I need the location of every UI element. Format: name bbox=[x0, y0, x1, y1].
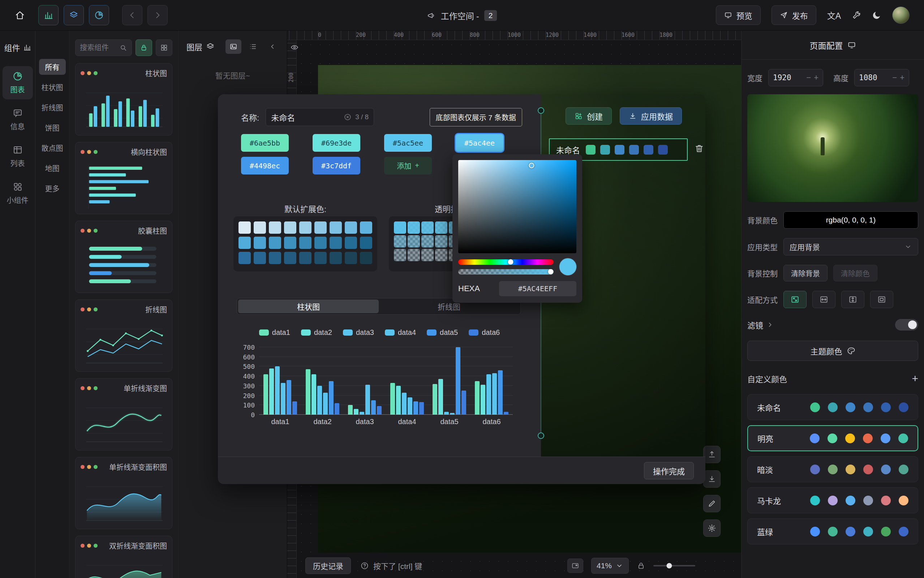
height-input[interactable]: 1080 − + bbox=[854, 69, 909, 86]
theme-row[interactable]: 暗淡 bbox=[747, 456, 918, 482]
chevron-right-icon[interactable] bbox=[766, 321, 774, 329]
component-card[interactable]: 单折线渐变图 bbox=[75, 378, 172, 450]
theme-row[interactable]: 未命名 bbox=[747, 394, 918, 420]
palette-swatch[interactable] bbox=[299, 221, 312, 234]
sidebar-item-list[interactable]: 列表 bbox=[3, 140, 33, 173]
theme-row[interactable]: 马卡龙 bbox=[747, 487, 918, 513]
settings-button[interactable] bbox=[703, 520, 721, 537]
width-input[interactable]: 1920 − + bbox=[768, 69, 823, 86]
fit-height-button[interactable] bbox=[841, 291, 864, 308]
clear-icon[interactable] bbox=[344, 113, 352, 121]
width-minus[interactable]: − bbox=[806, 73, 811, 82]
transparent-palette-swatch[interactable] bbox=[421, 221, 434, 234]
color-chip[interactable]: #4498ec bbox=[241, 157, 289, 174]
trash-icon[interactable] bbox=[694, 143, 704, 154]
clear-color-button[interactable]: 清除颜色 bbox=[833, 265, 877, 281]
tools-icon[interactable] bbox=[852, 10, 861, 20]
palette-swatch[interactable] bbox=[269, 252, 281, 264]
color-chip[interactable]: #69e3de bbox=[313, 134, 360, 152]
eye-icon[interactable] bbox=[290, 43, 299, 52]
palette-swatch[interactable] bbox=[360, 237, 372, 249]
zoom-slider-handle[interactable] bbox=[667, 563, 672, 568]
name-input[interactable]: 3 / 8 bbox=[266, 108, 374, 126]
sidebar-item-charts[interactable]: 图表 bbox=[3, 66, 33, 99]
palette-swatch[interactable] bbox=[239, 252, 251, 264]
sidebar-item-widgets[interactable]: 小组件 bbox=[3, 177, 33, 210]
transparent-palette-swatch[interactable] bbox=[394, 235, 406, 247]
palette-swatch[interactable] bbox=[345, 237, 357, 249]
palette-swatch[interactable] bbox=[239, 221, 251, 234]
dark-mode-icon[interactable] bbox=[872, 10, 881, 20]
category-item[interactable]: 饼图 bbox=[39, 120, 66, 135]
history-button[interactable]: 历史记录 bbox=[305, 557, 351, 574]
clear-background-button[interactable]: 清除背景 bbox=[783, 265, 828, 281]
transparent-palette-swatch[interactable] bbox=[408, 221, 420, 234]
bg-color-swatch[interactable]: rgba(0, 0, 0, 1) bbox=[783, 211, 918, 229]
add-custom-color-button[interactable]: + bbox=[912, 372, 918, 385]
palette-swatch[interactable] bbox=[254, 237, 266, 249]
minimap-button[interactable] bbox=[567, 559, 583, 573]
hue-marker[interactable] bbox=[508, 260, 513, 265]
legend-item[interactable]: data5 bbox=[427, 328, 458, 337]
palette-swatch[interactable] bbox=[239, 237, 251, 249]
palette-swatch[interactable] bbox=[345, 221, 357, 234]
palette-swatch[interactable] bbox=[314, 221, 327, 234]
palette-swatch[interactable] bbox=[299, 252, 312, 264]
transparent-palette-swatch[interactable] bbox=[394, 249, 406, 261]
filter-toggle[interactable] bbox=[895, 319, 918, 331]
palette-swatch[interactable] bbox=[330, 237, 342, 249]
zoom-slider[interactable] bbox=[653, 565, 695, 567]
hex-mode-label[interactable]: HEXA bbox=[458, 284, 480, 293]
component-card[interactable]: 折线图 bbox=[75, 299, 172, 372]
category-item[interactable]: 所有 bbox=[39, 59, 66, 75]
zoom-lock-icon[interactable] bbox=[637, 562, 645, 570]
palette-swatch[interactable] bbox=[360, 221, 372, 234]
transparent-palette-swatch[interactable] bbox=[394, 221, 406, 234]
done-button[interactable]: 操作完成 bbox=[644, 462, 694, 479]
alpha-slider[interactable] bbox=[458, 269, 554, 274]
legend-item[interactable]: data2 bbox=[301, 328, 332, 337]
fit-fill-button[interactable] bbox=[783, 291, 807, 308]
category-item[interactable]: 地图 bbox=[39, 160, 66, 176]
tab-bar-chart[interactable]: 柱状图 bbox=[238, 299, 379, 313]
grid-view-button[interactable] bbox=[156, 39, 172, 56]
component-card[interactable]: 横向柱状图 bbox=[75, 142, 172, 214]
palette-swatch[interactable] bbox=[330, 252, 342, 264]
category-item[interactable]: 折线图 bbox=[39, 99, 66, 115]
transparent-palette-swatch[interactable] bbox=[435, 235, 447, 247]
palette-swatch[interactable] bbox=[284, 221, 296, 234]
color-chip[interactable]: #6ae5bb bbox=[241, 134, 289, 152]
legend-item[interactable]: data1 bbox=[259, 328, 290, 337]
category-item[interactable]: 柱状图 bbox=[39, 79, 66, 95]
width-plus[interactable]: + bbox=[814, 73, 818, 82]
saturation-area[interactable] bbox=[458, 160, 576, 253]
transparent-palette-swatch[interactable] bbox=[421, 235, 434, 247]
color-chip[interactable]: #3c7ddf bbox=[313, 157, 360, 174]
palette-swatch[interactable] bbox=[284, 237, 296, 249]
language-button[interactable]: 文A bbox=[827, 9, 841, 21]
legend-item[interactable]: data4 bbox=[385, 328, 416, 337]
layers-thumbnail-view-button[interactable] bbox=[226, 39, 241, 54]
palette-swatch[interactable] bbox=[345, 252, 357, 264]
saturation-cursor[interactable] bbox=[529, 163, 534, 168]
palette-swatch[interactable] bbox=[269, 237, 281, 249]
details-mode-button[interactable] bbox=[89, 5, 109, 25]
color-chip[interactable]: #5ac4ee bbox=[456, 134, 503, 152]
palette-swatch[interactable] bbox=[299, 237, 312, 249]
component-card[interactable]: 胶囊柱图 bbox=[75, 221, 172, 293]
palette-swatch[interactable] bbox=[330, 221, 342, 234]
height-minus[interactable]: − bbox=[892, 73, 897, 82]
theme-row[interactable]: 蓝绿 bbox=[747, 518, 918, 544]
palette-swatch[interactable] bbox=[360, 252, 372, 264]
palette-swatch[interactable] bbox=[314, 237, 327, 249]
collapse-panel-button[interactable] bbox=[265, 39, 281, 54]
search-box[interactable] bbox=[75, 39, 132, 56]
avatar[interactable] bbox=[892, 6, 909, 24]
fit-none-button[interactable] bbox=[870, 291, 893, 308]
component-card[interactable]: 双折线渐变面积图 bbox=[75, 536, 172, 578]
home-icon[interactable] bbox=[15, 10, 25, 21]
charts-mode-button[interactable] bbox=[38, 5, 58, 25]
undo-button[interactable] bbox=[122, 5, 142, 25]
background-preview[interactable] bbox=[747, 94, 918, 202]
add-color-button[interactable]: 添加+ bbox=[384, 157, 432, 174]
